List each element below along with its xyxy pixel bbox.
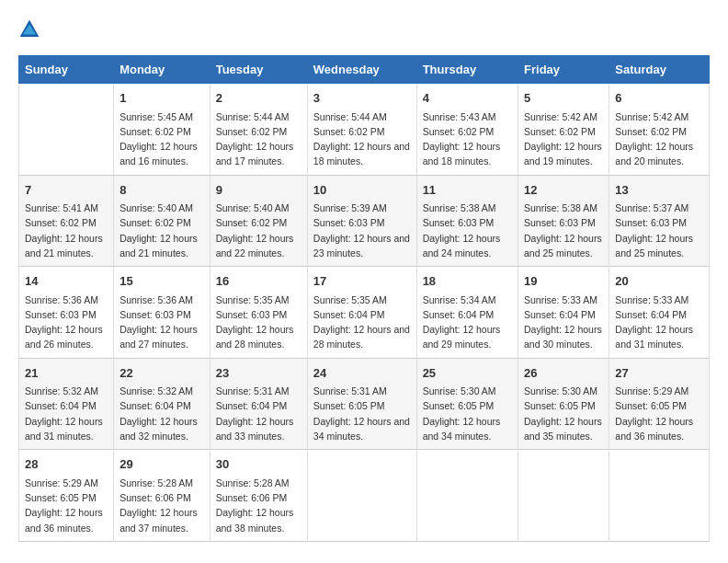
day-info: Sunrise: 5:31 AMSunset: 6:05 PMDaylight:… bbox=[313, 384, 411, 443]
day-info: Sunrise: 5:40 AMSunset: 6:02 PMDaylight:… bbox=[119, 201, 204, 260]
day-number: 6 bbox=[615, 89, 703, 108]
day-info: Sunrise: 5:44 AMSunset: 6:02 PMDaylight:… bbox=[216, 109, 301, 169]
day-cell: 5Sunrise: 5:42 AMSunset: 6:02 PMDaylight… bbox=[518, 84, 609, 176]
day-info: Sunrise: 5:32 AMSunset: 6:04 PMDaylight:… bbox=[25, 384, 108, 443]
logo bbox=[18, 18, 44, 40]
day-number: 8 bbox=[119, 181, 204, 200]
day-number: 22 bbox=[119, 364, 204, 383]
day-cell: 20Sunrise: 5:33 AMSunset: 6:04 PMDayligh… bbox=[609, 267, 710, 359]
day-info: Sunrise: 5:31 AMSunset: 6:04 PMDaylight:… bbox=[216, 384, 301, 443]
week-row-1: 7Sunrise: 5:41 AMSunset: 6:02 PMDaylight… bbox=[19, 175, 710, 267]
day-number: 19 bbox=[524, 272, 603, 291]
day-info: Sunrise: 5:42 AMSunset: 6:02 PMDaylight:… bbox=[615, 109, 703, 169]
day-number: 21 bbox=[25, 364, 108, 383]
day-number: 9 bbox=[216, 181, 301, 200]
day-number: 13 bbox=[615, 181, 703, 200]
day-number: 29 bbox=[119, 455, 204, 474]
day-info: Sunrise: 5:37 AMSunset: 6:03 PMDaylight:… bbox=[615, 201, 703, 260]
day-info: Sunrise: 5:36 AMSunset: 6:03 PMDaylight:… bbox=[119, 293, 204, 352]
day-number: 5 bbox=[524, 89, 603, 108]
day-cell: 28Sunrise: 5:29 AMSunset: 6:05 PMDayligh… bbox=[19, 450, 114, 542]
day-number: 23 bbox=[216, 364, 301, 383]
day-number: 4 bbox=[423, 89, 512, 108]
day-info: Sunrise: 5:30 AMSunset: 6:05 PMDaylight:… bbox=[423, 384, 512, 443]
day-number: 30 bbox=[216, 455, 301, 474]
day-info: Sunrise: 5:44 AMSunset: 6:02 PMDaylight:… bbox=[313, 109, 411, 169]
day-cell: 11Sunrise: 5:38 AMSunset: 6:03 PMDayligh… bbox=[416, 175, 518, 267]
day-cell: 21Sunrise: 5:32 AMSunset: 6:04 PMDayligh… bbox=[19, 358, 114, 450]
day-number: 17 bbox=[313, 272, 411, 291]
day-cell: 8Sunrise: 5:40 AMSunset: 6:02 PMDaylight… bbox=[114, 175, 210, 267]
day-number: 11 bbox=[423, 181, 512, 200]
day-info: Sunrise: 5:38 AMSunset: 6:03 PMDaylight:… bbox=[524, 201, 603, 260]
day-number: 10 bbox=[313, 181, 411, 200]
day-cell: 30Sunrise: 5:28 AMSunset: 6:06 PMDayligh… bbox=[210, 450, 307, 542]
week-row-4: 28Sunrise: 5:29 AMSunset: 6:05 PMDayligh… bbox=[19, 450, 710, 542]
day-info: Sunrise: 5:39 AMSunset: 6:03 PMDaylight:… bbox=[313, 201, 411, 260]
day-cell: 25Sunrise: 5:30 AMSunset: 6:05 PMDayligh… bbox=[416, 358, 518, 450]
day-info: Sunrise: 5:28 AMSunset: 6:06 PMDaylight:… bbox=[119, 476, 204, 535]
day-info: Sunrise: 5:30 AMSunset: 6:05 PMDaylight:… bbox=[524, 384, 603, 443]
page-header bbox=[18, 18, 710, 40]
day-number: 16 bbox=[216, 272, 301, 291]
day-cell: 17Sunrise: 5:35 AMSunset: 6:04 PMDayligh… bbox=[307, 267, 416, 359]
day-cell: 10Sunrise: 5:39 AMSunset: 6:03 PMDayligh… bbox=[307, 175, 416, 267]
header-row: SundayMondayTuesdayWednesdayThursdayFrid… bbox=[19, 56, 710, 84]
day-cell: 9Sunrise: 5:40 AMSunset: 6:02 PMDaylight… bbox=[210, 175, 307, 267]
day-info: Sunrise: 5:43 AMSunset: 6:02 PMDaylight:… bbox=[423, 109, 512, 169]
header-cell-monday: Monday bbox=[114, 56, 210, 84]
day-cell: 27Sunrise: 5:29 AMSunset: 6:05 PMDayligh… bbox=[609, 358, 710, 450]
day-cell: 29Sunrise: 5:28 AMSunset: 6:06 PMDayligh… bbox=[114, 450, 210, 542]
week-row-0: 1Sunrise: 5:45 AMSunset: 6:02 PMDaylight… bbox=[19, 84, 710, 176]
day-number: 3 bbox=[313, 89, 411, 108]
header-cell-thursday: Thursday bbox=[416, 56, 518, 84]
calendar-header: SundayMondayTuesdayWednesdayThursdayFrid… bbox=[19, 56, 710, 84]
day-cell: 19Sunrise: 5:33 AMSunset: 6:04 PMDayligh… bbox=[518, 267, 609, 359]
day-info: Sunrise: 5:28 AMSunset: 6:06 PMDaylight:… bbox=[216, 476, 301, 535]
header-cell-saturday: Saturday bbox=[609, 56, 710, 84]
day-info: Sunrise: 5:45 AMSunset: 6:02 PMDaylight:… bbox=[119, 109, 204, 169]
day-info: Sunrise: 5:34 AMSunset: 6:04 PMDaylight:… bbox=[423, 293, 512, 352]
day-cell: 7Sunrise: 5:41 AMSunset: 6:02 PMDaylight… bbox=[19, 175, 114, 267]
calendar-body: 1Sunrise: 5:45 AMSunset: 6:02 PMDaylight… bbox=[19, 84, 710, 542]
day-info: Sunrise: 5:41 AMSunset: 6:02 PMDaylight:… bbox=[25, 201, 108, 260]
day-info: Sunrise: 5:33 AMSunset: 6:04 PMDaylight:… bbox=[524, 293, 603, 352]
day-cell: 13Sunrise: 5:37 AMSunset: 6:03 PMDayligh… bbox=[609, 175, 710, 267]
day-number: 27 bbox=[615, 364, 703, 383]
week-row-3: 21Sunrise: 5:32 AMSunset: 6:04 PMDayligh… bbox=[19, 358, 710, 450]
day-cell: 6Sunrise: 5:42 AMSunset: 6:02 PMDaylight… bbox=[609, 84, 710, 176]
day-cell: 4Sunrise: 5:43 AMSunset: 6:02 PMDaylight… bbox=[416, 84, 518, 176]
header-cell-tuesday: Tuesday bbox=[210, 56, 307, 84]
day-cell: 2Sunrise: 5:44 AMSunset: 6:02 PMDaylight… bbox=[210, 84, 307, 176]
header-cell-friday: Friday bbox=[518, 56, 609, 84]
day-number: 28 bbox=[25, 455, 108, 474]
day-cell bbox=[609, 450, 710, 542]
day-number: 7 bbox=[25, 181, 108, 200]
day-cell: 26Sunrise: 5:30 AMSunset: 6:05 PMDayligh… bbox=[518, 358, 609, 450]
day-info: Sunrise: 5:38 AMSunset: 6:03 PMDaylight:… bbox=[423, 201, 512, 260]
day-info: Sunrise: 5:33 AMSunset: 6:04 PMDaylight:… bbox=[615, 293, 703, 352]
day-info: Sunrise: 5:42 AMSunset: 6:02 PMDaylight:… bbox=[524, 109, 603, 169]
day-number: 18 bbox=[423, 272, 512, 291]
day-cell: 18Sunrise: 5:34 AMSunset: 6:04 PMDayligh… bbox=[416, 267, 518, 359]
day-number: 12 bbox=[524, 181, 603, 200]
day-info: Sunrise: 5:32 AMSunset: 6:04 PMDaylight:… bbox=[119, 384, 204, 443]
day-cell bbox=[416, 450, 518, 542]
day-number: 14 bbox=[25, 272, 108, 291]
day-cell: 22Sunrise: 5:32 AMSunset: 6:04 PMDayligh… bbox=[114, 358, 210, 450]
day-number: 15 bbox=[119, 272, 204, 291]
day-number: 2 bbox=[216, 89, 301, 108]
day-cell: 24Sunrise: 5:31 AMSunset: 6:05 PMDayligh… bbox=[307, 358, 416, 450]
day-cell: 1Sunrise: 5:45 AMSunset: 6:02 PMDaylight… bbox=[114, 84, 210, 176]
logo-icon bbox=[18, 18, 40, 40]
day-info: Sunrise: 5:29 AMSunset: 6:05 PMDaylight:… bbox=[615, 384, 703, 443]
day-number: 25 bbox=[423, 364, 512, 383]
day-cell: 3Sunrise: 5:44 AMSunset: 6:02 PMDaylight… bbox=[307, 84, 416, 176]
day-cell: 14Sunrise: 5:36 AMSunset: 6:03 PMDayligh… bbox=[19, 267, 114, 359]
day-info: Sunrise: 5:35 AMSunset: 6:04 PMDaylight:… bbox=[313, 293, 411, 352]
calendar-table: SundayMondayTuesdayWednesdayThursdayFrid… bbox=[18, 55, 710, 542]
day-cell: 15Sunrise: 5:36 AMSunset: 6:03 PMDayligh… bbox=[114, 267, 210, 359]
header-cell-wednesday: Wednesday bbox=[307, 56, 416, 84]
day-cell: 12Sunrise: 5:38 AMSunset: 6:03 PMDayligh… bbox=[518, 175, 609, 267]
day-cell: 16Sunrise: 5:35 AMSunset: 6:03 PMDayligh… bbox=[210, 267, 307, 359]
